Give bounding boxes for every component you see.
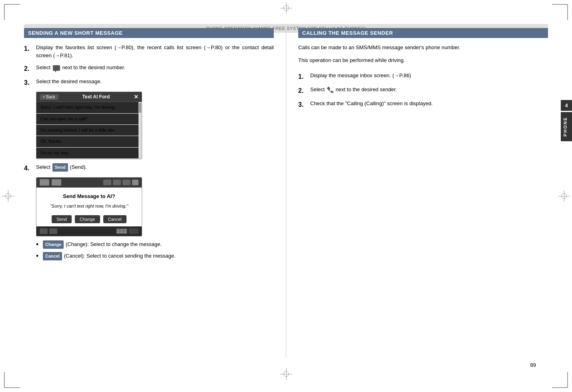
footer-icons: [40, 228, 57, 234]
step-4-num: 4.: [24, 163, 36, 173]
screen-message-1: Sorry, I can't text right now, I'm drivi…: [36, 102, 138, 113]
change-button[interactable]: Change: [75, 215, 100, 223]
screen-title: Text Al Ford: [82, 94, 110, 100]
step-2-content: Select next to the desired number.: [36, 64, 274, 74]
cancel-badge: Cancel: [43, 252, 62, 260]
step-4-content: Select Send (Send).: [36, 163, 274, 173]
tab-number: 4: [561, 100, 572, 111]
change-badge: Change: [43, 240, 64, 249]
right-step-2-content: Select next to the desired sender.: [310, 86, 548, 96]
right-step-1-content: Display the message inbox screen. (→P.86…: [310, 72, 548, 82]
send-screen-body: Send Message to Al? "Sorry, I can't text…: [36, 188, 142, 226]
bullet-content-2: Cancel (Cancel): Select to cancel sendin…: [42, 252, 176, 261]
bullet-item-1: • Change (Change): Select to change the …: [36, 240, 274, 249]
step-1-content: Display the favorites list screen (→P.80…: [36, 44, 274, 60]
send-screen-footer: [36, 226, 142, 236]
send-badge: Send: [52, 163, 68, 172]
send-buttons-row: Send Change Cancel: [40, 215, 138, 223]
right-step-2: 2. Select next to the desired sender.: [298, 86, 548, 96]
send-message-screenshot: Send Message to Al? "Sorry, I can't text…: [36, 177, 142, 236]
screen-message-4: Ok, thanks.: [36, 136, 138, 147]
send-button[interactable]: Send: [52, 215, 72, 223]
message-icon: [53, 65, 60, 71]
screen-messages: Sorry, I can't text right now, I'm drivi…: [36, 102, 138, 159]
close-button[interactable]: ✕: [134, 94, 138, 100]
phone-tab: PHONE: [561, 112, 572, 141]
step-2: 2. Select next to the desired number.: [24, 64, 274, 74]
right-step-1-num: 1.: [298, 72, 310, 82]
cancel-button[interactable]: Cancel: [103, 215, 126, 223]
corner-mark-tr: [552, 4, 568, 20]
screen-message-5: I'm on my way.: [36, 148, 138, 159]
bullet-dot-1: •: [36, 240, 42, 249]
step-3: 3. Select the desired message.: [24, 78, 274, 88]
right-step-3: 3. Check that the "Calling (Calling)" sc…: [298, 100, 548, 110]
bullet-dot-2: •: [36, 252, 42, 261]
send-title: Send Message to Al?: [40, 193, 138, 199]
step-3-content: Select the desired message.: [36, 78, 274, 88]
content-area: SENDING A NEW SHORT MESSAGE 1. Display t…: [24, 24, 548, 368]
corner-mark-tl: [4, 4, 20, 20]
right-intro-2: This operation can be performed while dr…: [298, 56, 548, 64]
right-step-1: 1. Display the message inbox screen. (→P…: [298, 72, 548, 82]
step-4: 4. Select Send (Send).: [24, 163, 274, 173]
step-2-num: 2.: [24, 64, 36, 74]
send-message-preview: "Sorry, I can't text right now, I'm driv…: [40, 203, 138, 209]
two-columns: SENDING A NEW SHORT MESSAGE 1. Display t…: [24, 28, 548, 358]
page-number: 89: [24, 362, 548, 368]
right-step-3-content: Check that the "Calling (Calling)" scree…: [310, 100, 548, 110]
step-3-num: 3.: [24, 78, 36, 88]
screen-message-3: I'm running behind, I will be a little l…: [36, 125, 138, 136]
right-intro-1: Calls can be made to an SMS/MMS message …: [298, 44, 548, 52]
right-step-3-num: 3.: [298, 100, 310, 110]
right-step-2-num: 2.: [298, 86, 310, 96]
crosshair-bottom: [280, 368, 292, 380]
crosshair-left: [2, 190, 14, 202]
bullet-item-2: • Cancel (Cancel): Select to cancel send…: [36, 252, 274, 261]
back-button[interactable]: < Back: [40, 94, 58, 100]
corner-mark-br: [552, 372, 568, 388]
corner-mark-bl: [4, 372, 20, 388]
screen-header: < Back Text Al Ford ✕: [36, 92, 142, 102]
screen-body-wrapper: Sorry, I can't text right now, I'm drivi…: [36, 102, 142, 159]
phone-icon: [327, 87, 333, 93]
send-toolbar: [36, 178, 142, 188]
left-section-header: SENDING A NEW SHORT MESSAGE: [24, 28, 274, 38]
right-section-header: CALLING THE MESSAGE SENDER: [298, 28, 548, 38]
bullet-list: • Change (Change): Select to change the …: [36, 240, 274, 261]
screen-message-2: Can you give me a call?: [36, 114, 138, 125]
step-1-num: 1.: [24, 44, 36, 60]
text-al-ford-screenshot: < Back Text Al Ford ✕ Sorry, I can't tex…: [36, 92, 142, 159]
left-column: SENDING A NEW SHORT MESSAGE 1. Display t…: [24, 28, 286, 358]
crosshair-right: [558, 190, 570, 202]
step-1: 1. Display the favorites list screen (→P…: [24, 44, 274, 60]
crosshair-top: [280, 2, 292, 14]
bullet-content-1: Change (Change): Select to change the me…: [42, 240, 162, 249]
right-column: CALLING THE MESSAGE SENDER Calls can be …: [286, 28, 548, 358]
